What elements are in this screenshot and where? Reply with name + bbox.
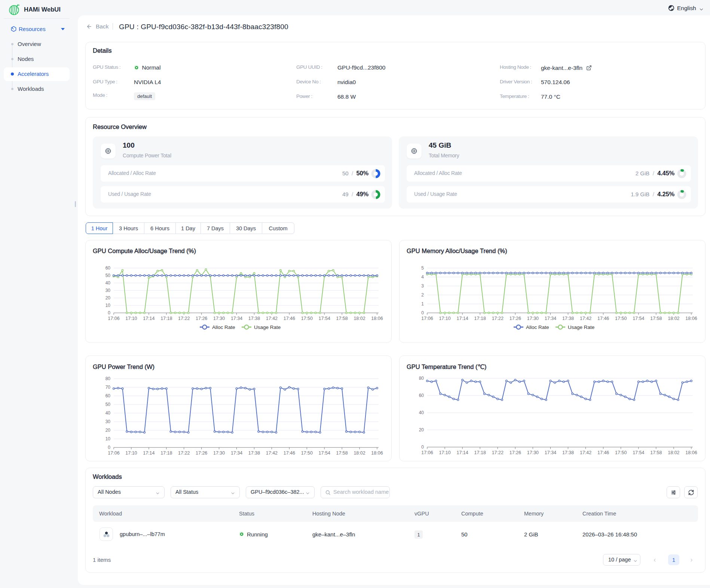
svg-text:17:22: 17:22 — [492, 316, 504, 321]
svg-text:18:06: 18:06 — [371, 450, 383, 456]
svg-text:10: 10 — [105, 303, 111, 308]
svg-text:2: 2 — [421, 292, 424, 298]
svg-text:5: 5 — [421, 265, 424, 271]
svg-text:17:14: 17:14 — [456, 450, 468, 455]
svg-text:17:22: 17:22 — [178, 450, 190, 456]
svg-text:17:50: 17:50 — [615, 316, 627, 321]
svg-text:0: 0 — [421, 310, 424, 315]
svg-text:17:38: 17:38 — [562, 450, 574, 455]
svg-text:17:26: 17:26 — [196, 316, 207, 321]
svg-text:17:54: 17:54 — [319, 450, 330, 456]
svg-text:17:26: 17:26 — [509, 316, 521, 321]
svg-text:17:34: 17:34 — [231, 450, 242, 456]
svg-text:17:34: 17:34 — [545, 450, 556, 455]
svg-text:60: 60 — [419, 393, 424, 398]
svg-text:17:38: 17:38 — [248, 316, 260, 321]
svg-text:1: 1 — [421, 301, 424, 307]
svg-text:17:18: 17:18 — [160, 316, 172, 321]
svg-text:17:42: 17:42 — [266, 316, 278, 321]
svg-text:30: 30 — [105, 419, 111, 424]
svg-text:17:42: 17:42 — [580, 450, 591, 455]
svg-text:17:46: 17:46 — [284, 450, 295, 456]
svg-text:20: 20 — [105, 428, 111, 433]
svg-text:17:06: 17:06 — [421, 450, 433, 455]
svg-text:50: 50 — [105, 402, 111, 407]
svg-text:20: 20 — [419, 427, 424, 432]
svg-text:0: 0 — [421, 444, 424, 450]
svg-text:17:54: 17:54 — [633, 316, 644, 321]
svg-text:18:06: 18:06 — [371, 316, 383, 321]
svg-text:17:58: 17:58 — [650, 450, 662, 455]
svg-text:17:22: 17:22 — [178, 316, 190, 321]
svg-text:17:06: 17:06 — [421, 316, 433, 321]
svg-text:18:02: 18:02 — [668, 450, 679, 455]
svg-text:70: 70 — [105, 385, 111, 390]
svg-text:60: 60 — [105, 265, 111, 271]
svg-text:18:06: 18:06 — [685, 316, 697, 321]
svg-text:17:42: 17:42 — [266, 450, 278, 456]
svg-text:80: 80 — [419, 376, 424, 381]
svg-text:17:46: 17:46 — [284, 316, 295, 321]
svg-text:30: 30 — [105, 288, 111, 293]
svg-text:40: 40 — [419, 410, 424, 415]
svg-text:17:54: 17:54 — [319, 316, 330, 321]
svg-text:18:02: 18:02 — [668, 316, 679, 321]
svg-text:80: 80 — [105, 376, 111, 381]
svg-text:10: 10 — [105, 436, 111, 441]
svg-text:17:54: 17:54 — [633, 450, 644, 455]
svg-text:50: 50 — [105, 273, 111, 278]
svg-text:40: 40 — [105, 410, 111, 416]
svg-text:17:10: 17:10 — [125, 316, 137, 321]
svg-text:17:10: 17:10 — [439, 450, 450, 455]
svg-text:17:14: 17:14 — [456, 316, 468, 321]
svg-text:17:58: 17:58 — [336, 450, 348, 456]
svg-text:17:46: 17:46 — [597, 316, 609, 321]
svg-text:17:38: 17:38 — [562, 316, 574, 321]
svg-text:18:06: 18:06 — [685, 450, 697, 455]
svg-text:17:58: 17:58 — [650, 316, 662, 321]
svg-text:17:30: 17:30 — [527, 316, 539, 321]
svg-text:17:06: 17:06 — [108, 450, 119, 456]
svg-text:17:30: 17:30 — [213, 316, 225, 321]
svg-text:20: 20 — [105, 295, 111, 301]
svg-text:17:34: 17:34 — [545, 316, 556, 321]
svg-text:17:34: 17:34 — [231, 316, 242, 321]
svg-text:17:58: 17:58 — [336, 316, 348, 321]
svg-text:Alloc Rate: Alloc Rate — [526, 324, 549, 330]
svg-text:Alloc Rate: Alloc Rate — [212, 324, 235, 330]
svg-text:40: 40 — [105, 280, 111, 286]
svg-text:17:18: 17:18 — [160, 450, 172, 456]
svg-text:17:10: 17:10 — [125, 450, 137, 456]
svg-text:17:14: 17:14 — [143, 450, 154, 456]
svg-text:17:50: 17:50 — [615, 450, 627, 455]
svg-text:17:38: 17:38 — [248, 450, 260, 456]
svg-text:Usage Rate: Usage Rate — [254, 324, 281, 330]
svg-text:17:06: 17:06 — [108, 316, 119, 321]
svg-text:60: 60 — [105, 393, 111, 398]
svg-text:17:30: 17:30 — [213, 450, 225, 456]
svg-text:Usage Rate: Usage Rate — [568, 324, 594, 330]
svg-text:17:22: 17:22 — [492, 450, 504, 455]
svg-text:17:10: 17:10 — [439, 316, 450, 321]
svg-text:17:26: 17:26 — [509, 450, 521, 455]
svg-text:17:14: 17:14 — [143, 316, 154, 321]
svg-text:17:50: 17:50 — [301, 316, 313, 321]
svg-text:17:18: 17:18 — [474, 450, 486, 455]
svg-text:3: 3 — [421, 283, 424, 289]
svg-text:4: 4 — [421, 274, 424, 280]
svg-text:0: 0 — [108, 310, 110, 315]
svg-text:18:02: 18:02 — [354, 316, 365, 321]
svg-text:0: 0 — [108, 445, 110, 450]
svg-text:17:26: 17:26 — [196, 450, 207, 456]
svg-text:18:02: 18:02 — [354, 450, 365, 456]
svg-text:17:50: 17:50 — [301, 450, 313, 456]
svg-text:17:46: 17:46 — [597, 450, 609, 455]
svg-text:17:30: 17:30 — [527, 450, 539, 455]
svg-text:17:18: 17:18 — [474, 316, 486, 321]
svg-text:17:42: 17:42 — [580, 316, 591, 321]
